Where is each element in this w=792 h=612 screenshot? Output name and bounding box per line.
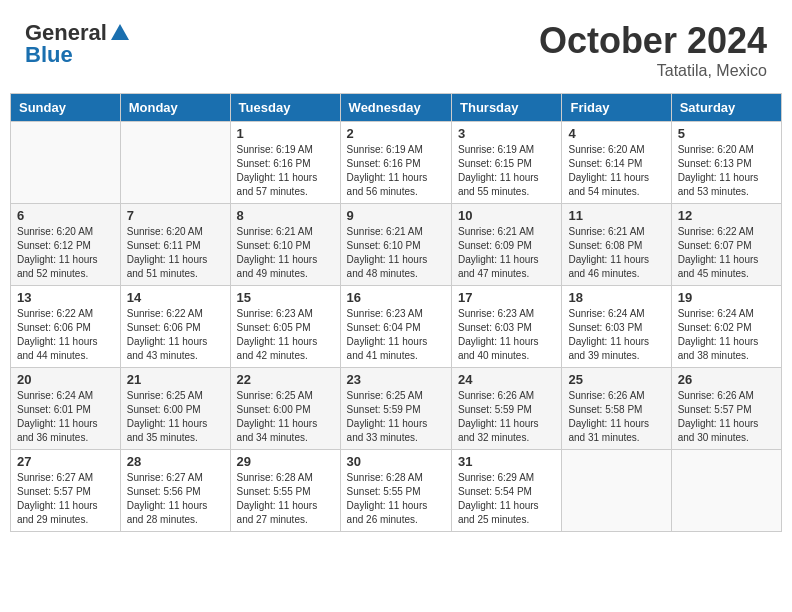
- day-header-friday: Friday: [562, 94, 671, 122]
- day-number: 23: [347, 372, 445, 387]
- day-number: 9: [347, 208, 445, 223]
- calendar-week-row: 6Sunrise: 6:20 AM Sunset: 6:12 PM Daylig…: [11, 204, 782, 286]
- logo-text-blue: Blue: [25, 42, 73, 68]
- cell-info: Sunrise: 6:26 AM Sunset: 5:59 PM Dayligh…: [458, 389, 555, 445]
- day-number: 19: [678, 290, 775, 305]
- day-number: 24: [458, 372, 555, 387]
- cell-info: Sunrise: 6:23 AM Sunset: 6:03 PM Dayligh…: [458, 307, 555, 363]
- day-number: 29: [237, 454, 334, 469]
- calendar-cell: 16Sunrise: 6:23 AM Sunset: 6:04 PM Dayli…: [340, 286, 451, 368]
- calendar-cell: 20Sunrise: 6:24 AM Sunset: 6:01 PM Dayli…: [11, 368, 121, 450]
- day-number: 5: [678, 126, 775, 141]
- calendar-cell: 9Sunrise: 6:21 AM Sunset: 6:10 PM Daylig…: [340, 204, 451, 286]
- day-number: 31: [458, 454, 555, 469]
- day-header-sunday: Sunday: [11, 94, 121, 122]
- svg-marker-0: [111, 24, 129, 40]
- day-header-tuesday: Tuesday: [230, 94, 340, 122]
- cell-info: Sunrise: 6:25 AM Sunset: 6:00 PM Dayligh…: [237, 389, 334, 445]
- cell-info: Sunrise: 6:24 AM Sunset: 6:03 PM Dayligh…: [568, 307, 664, 363]
- cell-info: Sunrise: 6:21 AM Sunset: 6:10 PM Dayligh…: [237, 225, 334, 281]
- calendar-cell: 30Sunrise: 6:28 AM Sunset: 5:55 PM Dayli…: [340, 450, 451, 532]
- cell-info: Sunrise: 6:26 AM Sunset: 5:57 PM Dayligh…: [678, 389, 775, 445]
- calendar-cell: 7Sunrise: 6:20 AM Sunset: 6:11 PM Daylig…: [120, 204, 230, 286]
- cell-info: Sunrise: 6:22 AM Sunset: 6:06 PM Dayligh…: [17, 307, 114, 363]
- calendar-cell: 5Sunrise: 6:20 AM Sunset: 6:13 PM Daylig…: [671, 122, 781, 204]
- calendar-header-row: SundayMondayTuesdayWednesdayThursdayFrid…: [11, 94, 782, 122]
- day-number: 21: [127, 372, 224, 387]
- day-number: 17: [458, 290, 555, 305]
- calendar-cell: 3Sunrise: 6:19 AM Sunset: 6:15 PM Daylig…: [452, 122, 562, 204]
- day-number: 1: [237, 126, 334, 141]
- calendar-cell: [562, 450, 671, 532]
- day-number: 16: [347, 290, 445, 305]
- calendar-week-row: 13Sunrise: 6:22 AM Sunset: 6:06 PM Dayli…: [11, 286, 782, 368]
- day-number: 10: [458, 208, 555, 223]
- calendar-cell: 2Sunrise: 6:19 AM Sunset: 6:16 PM Daylig…: [340, 122, 451, 204]
- calendar-cell: [671, 450, 781, 532]
- cell-info: Sunrise: 6:21 AM Sunset: 6:10 PM Dayligh…: [347, 225, 445, 281]
- calendar-cell: 15Sunrise: 6:23 AM Sunset: 6:05 PM Dayli…: [230, 286, 340, 368]
- cell-info: Sunrise: 6:19 AM Sunset: 6:16 PM Dayligh…: [347, 143, 445, 199]
- day-number: 15: [237, 290, 334, 305]
- calendar-week-row: 1Sunrise: 6:19 AM Sunset: 6:16 PM Daylig…: [11, 122, 782, 204]
- cell-info: Sunrise: 6:25 AM Sunset: 6:00 PM Dayligh…: [127, 389, 224, 445]
- cell-info: Sunrise: 6:20 AM Sunset: 6:11 PM Dayligh…: [127, 225, 224, 281]
- cell-info: Sunrise: 6:24 AM Sunset: 6:01 PM Dayligh…: [17, 389, 114, 445]
- calendar-cell: 10Sunrise: 6:21 AM Sunset: 6:09 PM Dayli…: [452, 204, 562, 286]
- calendar-cell: [11, 122, 121, 204]
- cell-info: Sunrise: 6:20 AM Sunset: 6:13 PM Dayligh…: [678, 143, 775, 199]
- day-number: 4: [568, 126, 664, 141]
- cell-info: Sunrise: 6:23 AM Sunset: 6:05 PM Dayligh…: [237, 307, 334, 363]
- cell-info: Sunrise: 6:20 AM Sunset: 6:14 PM Dayligh…: [568, 143, 664, 199]
- cell-info: Sunrise: 6:24 AM Sunset: 6:02 PM Dayligh…: [678, 307, 775, 363]
- day-number: 20: [17, 372, 114, 387]
- calendar-cell: 11Sunrise: 6:21 AM Sunset: 6:08 PM Dayli…: [562, 204, 671, 286]
- day-number: 11: [568, 208, 664, 223]
- day-number: 27: [17, 454, 114, 469]
- day-number: 25: [568, 372, 664, 387]
- day-number: 6: [17, 208, 114, 223]
- calendar-cell: 17Sunrise: 6:23 AM Sunset: 6:03 PM Dayli…: [452, 286, 562, 368]
- day-number: 22: [237, 372, 334, 387]
- calendar-cell: 4Sunrise: 6:20 AM Sunset: 6:14 PM Daylig…: [562, 122, 671, 204]
- location-title: Tatatila, Mexico: [539, 62, 767, 80]
- cell-info: Sunrise: 6:19 AM Sunset: 6:15 PM Dayligh…: [458, 143, 555, 199]
- cell-info: Sunrise: 6:19 AM Sunset: 6:16 PM Dayligh…: [237, 143, 334, 199]
- day-number: 3: [458, 126, 555, 141]
- cell-info: Sunrise: 6:22 AM Sunset: 6:06 PM Dayligh…: [127, 307, 224, 363]
- title-block: October 2024 Tatatila, Mexico: [539, 20, 767, 80]
- calendar-cell: 23Sunrise: 6:25 AM Sunset: 5:59 PM Dayli…: [340, 368, 451, 450]
- cell-info: Sunrise: 6:26 AM Sunset: 5:58 PM Dayligh…: [568, 389, 664, 445]
- cell-info: Sunrise: 6:20 AM Sunset: 6:12 PM Dayligh…: [17, 225, 114, 281]
- day-number: 12: [678, 208, 775, 223]
- cell-info: Sunrise: 6:22 AM Sunset: 6:07 PM Dayligh…: [678, 225, 775, 281]
- calendar-cell: 24Sunrise: 6:26 AM Sunset: 5:59 PM Dayli…: [452, 368, 562, 450]
- calendar-cell: 8Sunrise: 6:21 AM Sunset: 6:10 PM Daylig…: [230, 204, 340, 286]
- day-number: 18: [568, 290, 664, 305]
- calendar-cell: 6Sunrise: 6:20 AM Sunset: 6:12 PM Daylig…: [11, 204, 121, 286]
- day-header-saturday: Saturday: [671, 94, 781, 122]
- calendar-cell: [120, 122, 230, 204]
- calendar-cell: 25Sunrise: 6:26 AM Sunset: 5:58 PM Dayli…: [562, 368, 671, 450]
- cell-info: Sunrise: 6:21 AM Sunset: 6:08 PM Dayligh…: [568, 225, 664, 281]
- day-number: 14: [127, 290, 224, 305]
- day-header-monday: Monday: [120, 94, 230, 122]
- calendar-cell: 13Sunrise: 6:22 AM Sunset: 6:06 PM Dayli…: [11, 286, 121, 368]
- day-number: 26: [678, 372, 775, 387]
- cell-info: Sunrise: 6:27 AM Sunset: 5:56 PM Dayligh…: [127, 471, 224, 527]
- day-number: 28: [127, 454, 224, 469]
- day-number: 7: [127, 208, 224, 223]
- calendar-cell: 26Sunrise: 6:26 AM Sunset: 5:57 PM Dayli…: [671, 368, 781, 450]
- day-number: 30: [347, 454, 445, 469]
- cell-info: Sunrise: 6:25 AM Sunset: 5:59 PM Dayligh…: [347, 389, 445, 445]
- logo: General Blue: [25, 20, 131, 68]
- calendar-week-row: 27Sunrise: 6:27 AM Sunset: 5:57 PM Dayli…: [11, 450, 782, 532]
- calendar-cell: 29Sunrise: 6:28 AM Sunset: 5:55 PM Dayli…: [230, 450, 340, 532]
- calendar-cell: 21Sunrise: 6:25 AM Sunset: 6:00 PM Dayli…: [120, 368, 230, 450]
- cell-info: Sunrise: 6:23 AM Sunset: 6:04 PM Dayligh…: [347, 307, 445, 363]
- cell-info: Sunrise: 6:28 AM Sunset: 5:55 PM Dayligh…: [237, 471, 334, 527]
- calendar-cell: 18Sunrise: 6:24 AM Sunset: 6:03 PM Dayli…: [562, 286, 671, 368]
- calendar-week-row: 20Sunrise: 6:24 AM Sunset: 6:01 PM Dayli…: [11, 368, 782, 450]
- calendar-cell: 28Sunrise: 6:27 AM Sunset: 5:56 PM Dayli…: [120, 450, 230, 532]
- day-number: 13: [17, 290, 114, 305]
